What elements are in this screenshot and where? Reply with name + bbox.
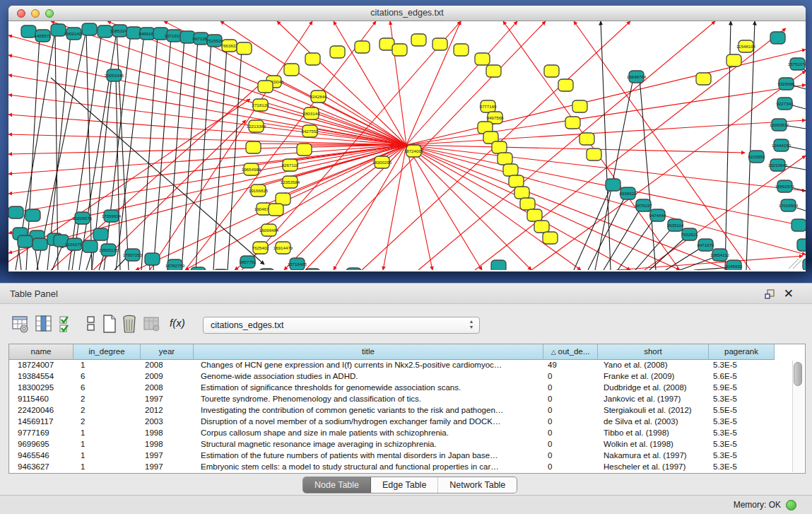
graph-edge[interactable] — [86, 30, 92, 270]
graph-node[interactable] — [330, 46, 345, 58]
table-scrollbar[interactable] — [792, 361, 804, 472]
graph-node[interactable]: 18300295 — [372, 156, 392, 168]
graph-edge[interactable] — [182, 40, 198, 270]
graph-edge[interactable] — [334, 145, 406, 270]
network-canvas[interactable]: 1405572206914061085324784661601071915586… — [8, 21, 806, 270]
graph-node[interactable] — [305, 269, 320, 270]
graph-edge[interactable] — [531, 71, 806, 270]
table-row[interactable]: 977716911998Corpus callosum shape and si… — [9, 428, 805, 439]
graph-node[interactable]: 9777169 — [479, 100, 497, 112]
graph-edge[interactable] — [588, 194, 626, 270]
graph-node[interactable] — [491, 260, 506, 270]
graph-node[interactable]: 8267110 — [282, 159, 299, 171]
column-header-name[interactable]: name — [9, 344, 73, 360]
graph-node[interactable] — [587, 148, 601, 160]
column-header-out-de-[interactable]: △out_de... — [543, 344, 598, 360]
graph-node[interactable] — [565, 117, 580, 129]
graph-node[interactable]: 9329966 — [777, 78, 795, 90]
graph-node[interactable]: 9857791 — [239, 256, 257, 268]
table-row[interactable]: 969969511998Structural magnetic resonanc… — [9, 439, 805, 450]
graph-node[interactable] — [572, 100, 587, 112]
graph-node[interactable]: 7663822 — [220, 40, 238, 52]
graph-node[interactable] — [792, 219, 806, 231]
graph-edge[interactable] — [406, 145, 482, 270]
graph-node[interactable] — [258, 81, 273, 93]
graph-node[interactable] — [486, 65, 501, 77]
graph-edge[interactable] — [406, 85, 806, 145]
graph-node[interactable] — [498, 153, 512, 165]
graph-node[interactable]: 2803144 — [302, 107, 320, 119]
graph-node[interactable]: 16099484 — [259, 224, 279, 236]
graph-node[interactable]: 12213383 — [247, 120, 266, 132]
graph-node[interactable] — [33, 238, 47, 250]
graph-edge[interactable] — [153, 37, 171, 270]
graph-edge[interactable] — [8, 145, 406, 214]
graph-node[interactable] — [606, 179, 620, 191]
graph-node[interactable] — [696, 73, 711, 85]
graph-node[interactable]: 15716485 — [288, 258, 307, 270]
graph-edge[interactable] — [406, 145, 433, 270]
table-selector-dropdown[interactable]: citations_edges.txt ▲▼ — [203, 317, 480, 334]
graph-edge[interactable] — [640, 78, 656, 270]
graph-node[interactable] — [797, 239, 806, 251]
graph-node[interactable]: 9227343 — [776, 98, 794, 110]
graph-node[interactable]: 17016504 — [779, 199, 799, 211]
graph-edge[interactable] — [150, 21, 312, 270]
graph-node[interactable] — [770, 32, 785, 44]
graph-node[interactable]: 19166825 — [249, 185, 269, 197]
graph-node[interactable] — [8, 206, 23, 218]
graph-node[interactable] — [509, 175, 524, 187]
graph-node[interactable]: 8427552 — [301, 125, 319, 137]
table-settings-icon[interactable] — [11, 314, 30, 334]
graph-edge[interactable] — [406, 49, 806, 145]
graph-node[interactable]: 12923468 — [189, 267, 208, 270]
graph-node[interactable] — [503, 164, 518, 176]
select-columns-icon[interactable] — [58, 314, 76, 334]
graph-node[interactable]: 9245652 — [725, 260, 743, 270]
column-header-short[interactable]: short — [598, 344, 709, 360]
graph-node[interactable]: 17359934 — [102, 210, 122, 222]
graph-node[interactable]: 16914479 — [273, 242, 293, 254]
column-header-year[interactable]: year — [141, 344, 194, 360]
graph-node[interactable] — [520, 198, 535, 210]
graph-node[interactable]: 2718120 — [252, 99, 269, 111]
graph-node[interactable]: 12342757 — [65, 238, 85, 250]
graph-edge[interactable] — [574, 21, 751, 270]
graph-node[interactable] — [433, 38, 447, 50]
graph-node[interactable]: 8938922 — [619, 187, 637, 199]
table-row[interactable]: 1830029562008Estimation of significance … — [9, 382, 805, 394]
graph-node[interactable]: 20691406 — [64, 28, 84, 40]
graph-node[interactable]: 17957253 — [123, 249, 143, 261]
table-panel-titlebar[interactable]: Table Panel ✕ — [0, 283, 812, 304]
graph-node[interactable] — [475, 53, 490, 65]
graph-node[interactable]: 8471676 — [697, 239, 714, 251]
show-columns-icon[interactable] — [35, 314, 53, 334]
graph-edge[interactable] — [141, 35, 158, 270]
graph-node[interactable] — [543, 232, 558, 244]
graph-node[interactable]: 12093832 — [770, 119, 789, 131]
graph-node[interactable]: 6879197 — [635, 199, 652, 211]
scrollbar-thumb[interactable] — [794, 362, 802, 386]
graph-node[interactable] — [544, 65, 559, 77]
tab-edge-table[interactable]: Edge Table — [371, 477, 438, 493]
graph-node[interactable] — [558, 79, 573, 91]
graph-node[interactable] — [18, 235, 33, 247]
graph-node[interactable] — [284, 64, 299, 76]
graph-edge[interactable] — [406, 145, 630, 270]
canvas-resize-grip[interactable] — [789, 259, 801, 269]
graph-node[interactable] — [346, 268, 361, 270]
window-titlebar[interactable]: citations_edges.txt — [8, 6, 806, 21]
graph-node[interactable]: 11548108 — [736, 40, 756, 52]
graph-node[interactable]: 18724007 — [404, 145, 424, 157]
network-view-window[interactable]: citations_edges.txt 14055722069140610853… — [8, 6, 806, 271]
tab-node-table[interactable]: Node Table — [303, 477, 371, 493]
graph-edge[interactable] — [406, 120, 806, 145]
graph-edge[interactable] — [406, 145, 581, 270]
graph-edge[interactable] — [574, 186, 611, 270]
graph-node[interactable] — [83, 240, 98, 252]
graph-edge[interactable] — [312, 110, 406, 145]
graph-node[interactable]: 7625402 — [252, 242, 269, 254]
table-row[interactable]: 911546021997Tourette syndrome. Phenomeno… — [9, 394, 805, 405]
graph-node[interactable] — [213, 269, 228, 270]
float-window-icon[interactable] — [764, 288, 775, 300]
